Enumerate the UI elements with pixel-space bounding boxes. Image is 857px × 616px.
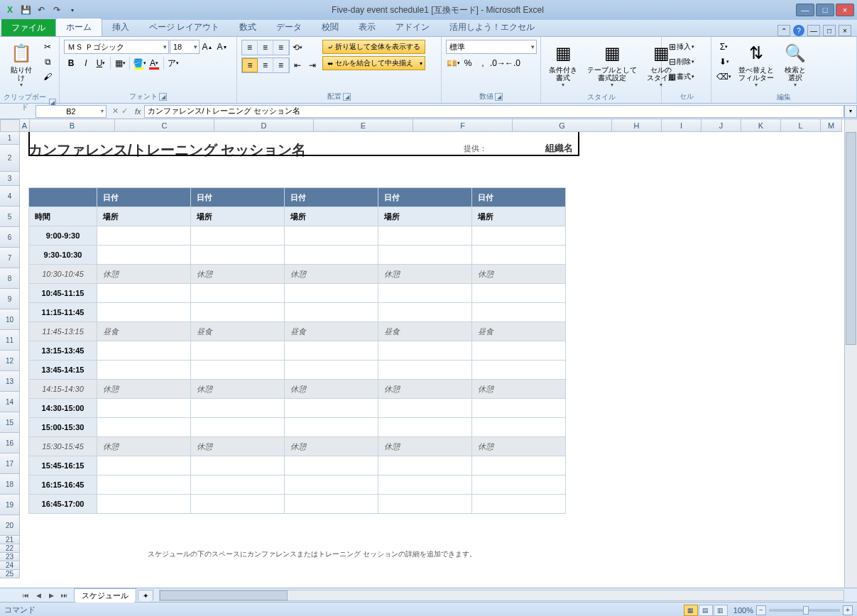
decrease-font-icon[interactable]: A▼ <box>215 40 229 54</box>
wrap-text-button[interactable]: ⤶折り返して全体を表示する <box>322 40 425 54</box>
session-cell[interactable] <box>97 284 191 303</box>
close-button[interactable]: × <box>836 4 854 16</box>
align-middle-button[interactable]: ≡ <box>258 40 273 55</box>
row-header-13[interactable]: 13 <box>0 371 20 392</box>
session-cell[interactable] <box>97 399 191 418</box>
workbook-close-icon[interactable]: × <box>839 25 851 36</box>
maximize-button[interactable]: □ <box>816 4 834 16</box>
row-header-8[interactable]: 8 <box>0 268 20 289</box>
session-cell[interactable] <box>97 495 191 514</box>
tab-review[interactable]: 校閲 <box>312 18 349 36</box>
session-cell[interactable] <box>378 399 472 418</box>
session-cell[interactable] <box>191 456 285 475</box>
sheet-first-icon[interactable]: ⏮ <box>20 590 31 601</box>
zoom-out-button[interactable]: − <box>756 605 766 615</box>
font-color-button[interactable]: A▾ <box>147 56 161 70</box>
session-cell[interactable] <box>378 226 472 246</box>
number-format-combo[interactable]: 標準 <box>446 40 537 54</box>
find-select-button[interactable]: 🔍検索と 選択▾ <box>780 40 810 90</box>
session-cell[interactable] <box>378 303 472 322</box>
paste-button[interactable]: 📋 貼り付け ▾ <box>4 40 38 90</box>
session-cell[interactable] <box>97 341 191 361</box>
row-header-3[interactable]: 3 <box>0 172 20 186</box>
session-cell[interactable] <box>191 284 285 303</box>
row-header-7[interactable]: 7 <box>0 248 20 268</box>
session-cell[interactable] <box>285 399 378 418</box>
session-cell[interactable] <box>285 303 378 322</box>
decrease-decimal-button[interactable]: ←.0 <box>506 56 520 70</box>
session-cell[interactable] <box>191 341 285 361</box>
session-cell[interactable] <box>191 226 285 246</box>
session-cell[interactable] <box>472 475 566 495</box>
column-header-F[interactable]: F <box>413 119 513 132</box>
fill-color-button[interactable]: 🪣▾ <box>132 56 146 70</box>
increase-indent-button[interactable]: ⇥ <box>305 58 320 72</box>
row-header-19[interactable]: 19 <box>0 495 20 515</box>
column-header-G[interactable]: G <box>513 119 612 132</box>
session-cell[interactable] <box>378 246 472 265</box>
expand-formula-bar-icon[interactable]: ▾ <box>844 105 857 118</box>
column-header-D[interactable]: D <box>214 119 314 132</box>
session-cell[interactable] <box>191 418 285 437</box>
session-cell[interactable] <box>472 418 566 437</box>
column-header-E[interactable]: E <box>314 119 413 132</box>
alignment-dialog-launcher[interactable]: ◢ <box>343 93 351 101</box>
row-header-11[interactable]: 11 <box>0 330 20 351</box>
session-cell[interactable] <box>285 246 378 265</box>
normal-view-button[interactable]: ▦ <box>684 605 698 616</box>
tab-file[interactable]: ファイル <box>1 19 55 36</box>
session-cell[interactable] <box>472 361 566 380</box>
excel-icon[interactable]: X <box>3 3 17 17</box>
tab-view[interactable]: 表示 <box>349 18 386 36</box>
row-header-20[interactable]: 20 <box>0 515 20 536</box>
row-header-25[interactable]: 25 <box>0 570 20 578</box>
page-layout-view-button[interactable]: ▤ <box>699 605 713 616</box>
row-header-23[interactable]: 23 <box>0 553 20 561</box>
cancel-formula-icon[interactable]: ✕ <box>112 106 119 116</box>
row-header-15[interactable]: 15 <box>0 412 20 433</box>
column-header-I[interactable]: I <box>662 119 702 132</box>
row-header-10[interactable]: 10 <box>0 309 20 330</box>
session-cell[interactable] <box>191 361 285 380</box>
merge-center-button[interactable]: ⬌セルを結合して中央揃え <box>322 56 425 70</box>
column-header-M[interactable]: M <box>821 119 842 132</box>
session-cell[interactable] <box>378 361 472 380</box>
name-box[interactable]: B2 <box>36 105 107 118</box>
sheet-prev-icon[interactable]: ◀ <box>33 590 44 601</box>
align-right-button[interactable]: ≡ <box>273 58 289 72</box>
tab-formulas[interactable]: 数式 <box>229 18 266 36</box>
session-cell[interactable] <box>97 475 191 495</box>
number-dialog-launcher[interactable]: ◢ <box>495 93 503 101</box>
percent-button[interactable]: % <box>461 56 475 70</box>
row-header-5[interactable]: 5 <box>0 207 20 227</box>
session-cell[interactable] <box>378 495 472 514</box>
conditional-format-button[interactable]: ▦条件付き 書式▾ <box>545 40 581 90</box>
comma-button[interactable]: , <box>476 56 490 70</box>
workbook-restore-icon[interactable]: □ <box>823 25 836 36</box>
workbook-minimize-icon[interactable]: — <box>807 25 820 36</box>
minimize-button[interactable]: — <box>796 4 814 16</box>
session-cell[interactable] <box>472 284 566 303</box>
column-header-H[interactable]: H <box>612 119 662 132</box>
row-header-6[interactable]: 6 <box>0 227 20 248</box>
row-header-12[interactable]: 12 <box>0 351 20 371</box>
font-size-combo[interactable]: 18 <box>170 40 200 54</box>
save-icon[interactable]: 💾 <box>18 3 33 17</box>
tab-home[interactable]: ホーム <box>55 18 102 36</box>
sort-filter-button[interactable]: ⇅並べ替えと フィルター▾ <box>735 40 777 90</box>
cells-area[interactable]: カンファレンス/トレーニング セッション名 提供： 組織名 日付日付日付日付日付… <box>20 132 844 588</box>
vertical-scrollbar[interactable] <box>844 119 857 588</box>
session-cell[interactable] <box>191 475 285 495</box>
zoom-in-button[interactable]: + <box>843 605 853 615</box>
session-cell[interactable] <box>285 341 378 361</box>
column-header-A[interactable]: A <box>20 119 30 132</box>
cut-icon[interactable]: ✂ <box>40 40 55 54</box>
align-bottom-button[interactable]: ≡ <box>273 40 289 55</box>
phonetic-button[interactable]: ア▾ <box>166 56 180 70</box>
align-top-button[interactable]: ≡ <box>242 40 258 55</box>
row-header-24[interactable]: 24 <box>0 561 20 570</box>
decrease-indent-button[interactable]: ⇤ <box>290 58 305 72</box>
session-cell[interactable] <box>378 284 472 303</box>
increase-font-icon[interactable]: A▲ <box>200 40 214 54</box>
session-cell[interactable] <box>285 418 378 437</box>
